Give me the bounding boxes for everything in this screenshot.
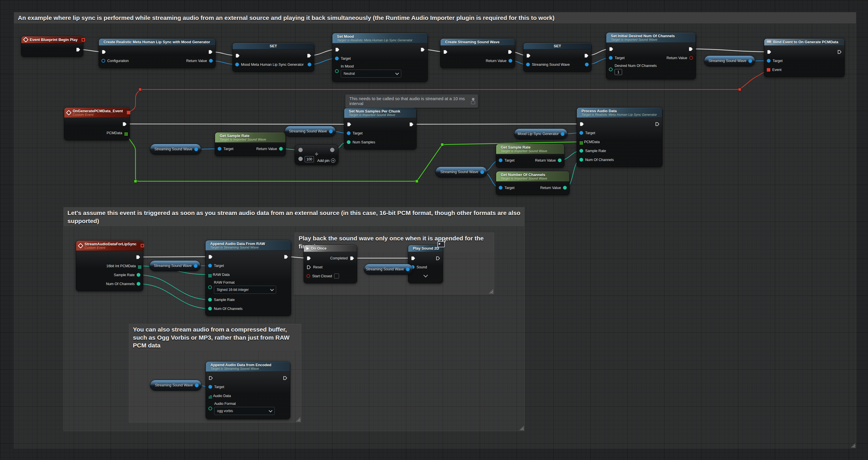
- pin-ch[interactable]: [137, 282, 141, 286]
- pin-raw[interactable]: [209, 274, 209, 275]
- pin-rv[interactable]: [558, 159, 562, 162]
- pin-audio[interactable]: [209, 395, 210, 396]
- pin-out[interactable]: [329, 130, 333, 133]
- node-header[interactable]: Create Streaming Sound Wave: [440, 39, 515, 46]
- node-header[interactable]: StreamAudioDataForLipSyncCustom Event: [76, 241, 143, 251]
- pin-out[interactable]: [420, 47, 425, 52]
- delegate-pin[interactable]: [127, 111, 130, 114]
- pin-in[interactable]: [208, 255, 213, 259]
- pin-target[interactable]: [580, 131, 583, 135]
- node-set-streaming-sound-wave-variable[interactable]: SETStreaming Sound Wave: [523, 43, 592, 72]
- pill-streaming-sound-wave-getter[interactable]: Streaming Sound Wave: [150, 144, 201, 155]
- node-get-sample-rate-right[interactable]: Get Sample RateTarget is Imported Sound …: [496, 144, 564, 168]
- pin-fmt[interactable]: [209, 407, 212, 410]
- pin-rv[interactable]: [508, 59, 512, 63]
- node-header[interactable]: Event Blueprint Begin Play: [21, 36, 83, 43]
- node-play-sound-2d[interactable]: Play Sound 2DSound: [408, 245, 443, 283]
- pin-configuration[interactable]: [101, 59, 105, 63]
- pin-out[interactable]: [688, 47, 693, 51]
- pin-rate[interactable]: [580, 149, 583, 153]
- node-append-audio-data-from-encoded[interactable]: Append Audio Data from EncodedTarget is …: [206, 361, 290, 419]
- node-header[interactable]: Set MoodTarget is Realistic Meta Human L…: [332, 33, 428, 43]
- node-divide-node[interactable]: 100÷Add pin+: [294, 144, 338, 165]
- pin-pcm[interactable]: [138, 265, 139, 266]
- pin-out[interactable]: [584, 53, 589, 58]
- pin-out[interactable]: [194, 147, 198, 151]
- pin-in[interactable]: [101, 50, 106, 54]
- pin-return-value[interactable]: [689, 56, 693, 60]
- pin-rv[interactable]: [209, 59, 213, 63]
- pill-streaming-sound-wave-getter[interactable]: Streaming Sound Wave: [284, 126, 336, 137]
- node-header[interactable]: SET: [524, 43, 591, 49]
- pin-mood[interactable]: [335, 69, 339, 73]
- number-input[interactable]: 1: [615, 69, 622, 75]
- pill-streaming-sound-wave-getter[interactable]: Streaming Sound Wave: [150, 380, 202, 391]
- comment-resize-handle[interactable]: [851, 443, 855, 448]
- pin-rv[interactable]: [563, 186, 567, 190]
- pin-out[interactable]: [76, 47, 81, 52]
- node-process-audio-data[interactable]: Process Audio DataTarget is Realistic Me…: [577, 107, 662, 167]
- node-append-audio-data-from-raw[interactable]: Append Audio Data From RAWTarget is Stre…: [205, 240, 291, 316]
- node-set-initial-desired-num-channels[interactable]: Set Initial Desired Num Of ChannelsTarge…: [606, 32, 696, 79]
- pin-in[interactable]: [580, 122, 584, 126]
- comment-title-c3[interactable]: You can also stream audio from a compres…: [129, 324, 301, 351]
- pin-target[interactable]: [209, 385, 212, 389]
- pin-desired-num-of-channels[interactable]: [609, 67, 613, 71]
- comment-title-c2[interactable]: Let's assume this event is triggered as …: [64, 207, 524, 226]
- pin-in[interactable]: [335, 47, 340, 52]
- pin-completed[interactable]: [350, 256, 354, 261]
- dropdown-raw-format[interactable]: Signed 16-bit integer: [214, 286, 276, 294]
- pin-out[interactable]: [195, 383, 198, 387]
- node-header[interactable]: Set Initial Desired Num Of ChannelsTarge…: [606, 33, 695, 43]
- delegate-pin[interactable]: [82, 38, 85, 41]
- pin-out[interactable]: [122, 122, 127, 126]
- pin-out[interactable]: [330, 148, 334, 152]
- pin-target[interactable]: [767, 59, 771, 63]
- pin-target[interactable]: [208, 264, 212, 267]
- node-set-num-samples-per-chunk[interactable]: Set Num Samples Per ChunkTarget is Impor…: [344, 108, 416, 149]
- pin-target[interactable]: [335, 57, 339, 60]
- pin-in[interactable]: [443, 50, 448, 54]
- node-header[interactable]: Bind Event to On Generate PCMData: [764, 39, 844, 46]
- node-header[interactable]: Set Num Samples Per ChunkTarget is Impor…: [344, 108, 416, 118]
- dropdown-in-mood[interactable]: Neutral: [341, 69, 401, 78]
- pin-icon[interactable]: [471, 97, 475, 101]
- node-header[interactable]: Get Number Of ChannelsTarget is Imported…: [496, 171, 569, 181]
- pin-out[interactable]: [480, 170, 484, 174]
- pin-in[interactable]: [411, 256, 415, 261]
- pin-var[interactable]: [526, 63, 530, 66]
- pill-mood-lipsync-generator-getter[interactable]: Mood Lip Sync Generator: [514, 128, 568, 139]
- node-create-streaming-sound-wave[interactable]: Create Streaming Sound WaveReturn Value: [440, 38, 515, 68]
- pin-outx[interactable]: [283, 376, 287, 380]
- pin-rate[interactable]: [208, 298, 212, 301]
- pin-out[interactable]: [406, 267, 410, 271]
- pin-var[interactable]: [235, 63, 239, 66]
- pin-in[interactable]: [526, 53, 531, 58]
- pin-b[interactable]: [298, 157, 303, 161]
- pin-outx[interactable]: [436, 256, 440, 261]
- pin-out[interactable]: [307, 53, 311, 58]
- pin-num[interactable]: [347, 140, 350, 144]
- pin-out[interactable]: [409, 122, 414, 127]
- start-closed-checkbox[interactable]: [334, 274, 339, 279]
- node-header[interactable]: Process Audio DataTarget is Realistic Me…: [577, 108, 662, 118]
- delegate-pin[interactable]: [141, 244, 144, 247]
- comment-resize-handle[interactable]: [296, 417, 300, 422]
- pin-pcm[interactable]: [580, 141, 581, 142]
- comment-bubble-icon[interactable]: [471, 101, 475, 104]
- node-header[interactable]: Do Once: [304, 245, 357, 252]
- pin-target[interactable]: [499, 159, 502, 162]
- pin-in[interactable]: [347, 122, 351, 127]
- pin-ch[interactable]: [580, 158, 583, 162]
- expand-chevron-icon[interactable]: [423, 273, 428, 278]
- node-bind-event-to-on-generate-pcmdata[interactable]: Bind Event to On Generate PCMDataTargetE…: [764, 38, 845, 77]
- pin-reset[interactable]: [306, 265, 311, 269]
- pin-fmt[interactable]: [208, 285, 212, 289]
- node-get-number-of-channels[interactable]: Get Number Of ChannelsTarget is Imported…: [496, 171, 570, 195]
- node-header[interactable]: Get Sample RateTarget is Imported Sound …: [496, 144, 564, 154]
- audio-preview-icon[interactable]: [437, 241, 445, 247]
- pin-rate[interactable]: [137, 273, 141, 277]
- pin-event[interactable]: [767, 68, 770, 71]
- pin-target[interactable]: [609, 56, 613, 60]
- node-header[interactable]: OnGeneratePCMData_EventCustom Event: [64, 108, 129, 118]
